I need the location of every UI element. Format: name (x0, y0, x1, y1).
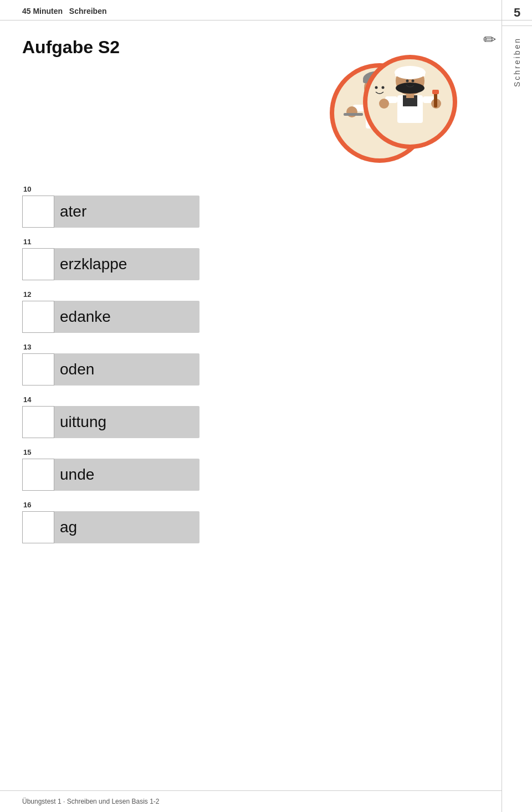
section-text: Schreiben (69, 7, 107, 16)
word-number: 10 (23, 185, 468, 193)
word-row: ag (22, 511, 200, 543)
svg-point-28 (412, 80, 415, 83)
svg-rect-10 (344, 113, 363, 116)
main-content: Aufgabe S2 ✏ (0, 20, 502, 575)
word-number: 13 (23, 343, 468, 351)
word-suffix: uittung (60, 413, 106, 431)
page-header: 45 Minuten Schreiben (0, 0, 532, 20)
svg-point-22 (379, 99, 389, 109)
word-number: 12 (23, 290, 468, 299)
footer: Übungstest 1 · Schreiben und Lesen Basis… (0, 790, 502, 812)
letter-input-box[interactable] (22, 196, 54, 228)
svg-point-29 (375, 86, 378, 89)
letter-input-box[interactable] (22, 459, 54, 491)
illustration-area: ✏ (22, 47, 468, 168)
pencil-icon: ✏ (483, 31, 496, 48)
word-row: edanke (22, 301, 200, 333)
word-row: erzklappe (22, 248, 200, 280)
word-item: 11erzklappe (22, 238, 468, 280)
word-number: 16 (23, 501, 468, 509)
word-row: uittung (22, 406, 200, 438)
word-row: ater (22, 196, 200, 228)
header-label: 45 Minuten Schreiben (22, 7, 107, 16)
page-title: Aufgabe S2 (22, 37, 120, 58)
word-item: 13oden (22, 343, 468, 386)
word-item: 14uittung (22, 395, 468, 438)
letter-input-box[interactable] (22, 353, 54, 386)
word-suffix: edanke (60, 308, 111, 326)
word-number: 14 (23, 395, 468, 404)
svg-point-17 (396, 83, 424, 94)
svg-point-27 (406, 80, 409, 83)
word-suffix: oden (60, 361, 94, 378)
word-suffix: ater (60, 203, 86, 220)
letter-input-box[interactable] (22, 406, 54, 438)
word-item: 15unde (22, 448, 468, 491)
word-row: unde (22, 459, 200, 491)
word-number: 11 (23, 238, 468, 246)
word-list: 10ater11erzklappe12edanke13oden14uittung… (22, 185, 468, 543)
letter-input-box[interactable] (22, 248, 54, 280)
page-number: 5 (502, 0, 532, 26)
word-item: 10ater (22, 185, 468, 228)
word-item: 12edanke (22, 290, 468, 333)
svg-rect-26 (406, 94, 414, 98)
word-number: 15 (23, 448, 468, 456)
minutes-text: 45 Minuten (22, 7, 63, 16)
svg-point-30 (382, 86, 385, 89)
word-suffix: ag (60, 518, 77, 536)
right-sidebar: 5 Schreiben (502, 0, 532, 812)
illustration (313, 47, 468, 168)
word-suffix: unde (60, 466, 94, 484)
word-row: oden (22, 353, 200, 386)
footer-text: Übungstest 1 · Schreiben und Lesen Basis… (22, 798, 160, 805)
svg-rect-25 (432, 90, 439, 94)
sidebar-vertical-label: Schreiben (513, 37, 521, 87)
word-suffix: erzklappe (60, 255, 127, 273)
word-item: 16ag (22, 501, 468, 543)
letter-input-box[interactable] (22, 511, 54, 543)
svg-rect-16 (395, 73, 425, 76)
letter-input-box[interactable] (22, 301, 54, 333)
